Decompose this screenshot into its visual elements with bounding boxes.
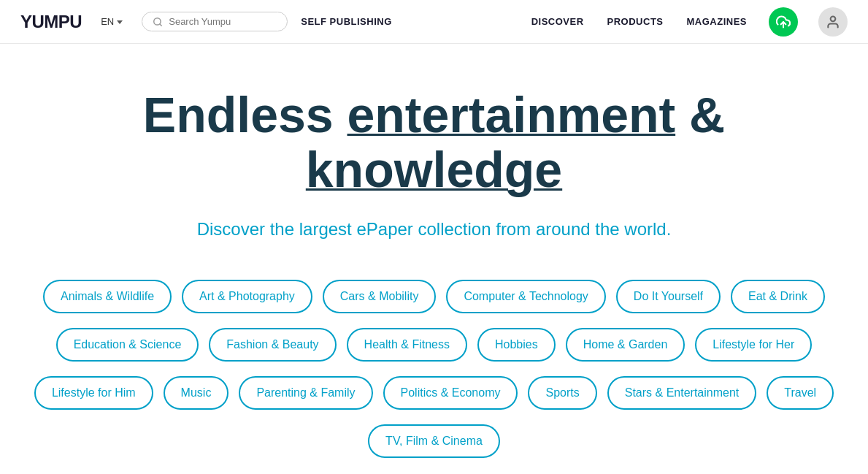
main-content: Endless entertainment & knowledge Discov… xyxy=(0,44,868,474)
svg-line-1 xyxy=(160,23,162,26)
hero-subtitle: Discover the largest ePaper collection f… xyxy=(197,219,672,240)
tag-pill[interactable]: Travel xyxy=(767,376,834,410)
tag-pill[interactable]: Hobbies xyxy=(477,328,556,362)
tag-pill[interactable]: Health & Fitness xyxy=(347,328,467,362)
hero-title-middle: & xyxy=(675,87,725,142)
chevron-down-icon xyxy=(117,20,123,24)
tag-pill[interactable]: Education & Science xyxy=(56,328,199,362)
tag-pill[interactable]: Music xyxy=(164,376,229,410)
tags-row-3: Lifestyle for HimMusicParenting & Family… xyxy=(34,376,834,410)
user-icon xyxy=(826,15,840,29)
nav-products[interactable]: PRODUCTS xyxy=(606,13,665,30)
nav-magazines[interactable]: MAGAZINES xyxy=(685,13,749,30)
tag-pill[interactable]: Cars & Mobility xyxy=(323,280,437,313)
tags-row-1: Animals & WildlifeArt & PhotographyCars … xyxy=(43,280,825,313)
tag-pill[interactable]: Lifestyle for Her xyxy=(695,328,812,362)
hero-title-prefix: Endless xyxy=(143,87,347,142)
search-icon xyxy=(153,17,163,27)
upload-button[interactable] xyxy=(769,7,798,37)
user-button[interactable] xyxy=(818,7,848,37)
tag-pill[interactable]: Home & Garden xyxy=(566,328,685,362)
tag-pill[interactable]: Stars & Entertainment xyxy=(607,376,757,410)
nav-self-publishing[interactable]: SELF PUBLISHING xyxy=(299,13,393,30)
tag-pill[interactable]: Do It Yourself xyxy=(616,280,721,313)
nav-discover[interactable]: DISCOVER xyxy=(530,13,585,30)
svg-point-3 xyxy=(831,16,836,21)
upload-icon xyxy=(776,15,791,29)
tag-pill[interactable]: Politics & Economy xyxy=(383,376,518,410)
hero-knowledge-link[interactable]: knowledge xyxy=(306,142,562,197)
hero-title: Endless entertainment & knowledge xyxy=(29,88,839,197)
hero-entertainment-link[interactable]: entertainment xyxy=(347,87,676,142)
lang-label: EN xyxy=(101,16,114,27)
tag-pill[interactable]: Lifestyle for Him xyxy=(34,376,153,410)
lang-selector[interactable]: EN xyxy=(96,13,127,30)
search-input[interactable] xyxy=(169,16,277,27)
tag-pill[interactable]: Eat & Drink xyxy=(731,280,825,313)
tag-pill[interactable]: Animals & Wildlife xyxy=(43,280,172,313)
tag-pill[interactable]: Parenting & Family xyxy=(239,376,372,410)
tag-pill[interactable]: Computer & Technology xyxy=(446,280,605,313)
tags-container: Animals & WildlifeArt & PhotographyCars … xyxy=(33,280,836,458)
site-header: YUMPU EN SELF PUBLISHING DISCOVER PRODUC… xyxy=(0,0,868,44)
tags-row-2: Education & ScienceFashion & BeautyHealt… xyxy=(56,328,813,362)
tag-pill[interactable]: Fashion & Beauty xyxy=(209,328,336,362)
search-box xyxy=(142,12,288,31)
tag-pill[interactable]: TV, Film & Cinema xyxy=(368,424,500,458)
tag-pill[interactable]: Sports xyxy=(528,376,596,410)
tags-row-4: TV, Film & Cinema xyxy=(368,424,500,458)
nav-right: DISCOVER PRODUCTS MAGAZINES xyxy=(530,7,848,37)
tag-pill[interactable]: Art & Photography xyxy=(182,280,312,313)
logo[interactable]: YUMPU xyxy=(20,12,82,32)
